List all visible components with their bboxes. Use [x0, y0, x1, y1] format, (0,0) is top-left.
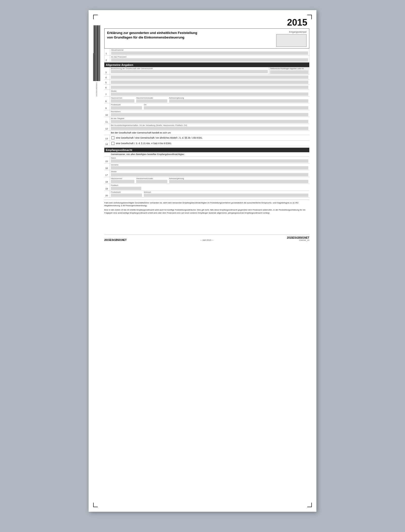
row-8: 8 Hausnummer Hausnummerzusatz Adressergä…: [104, 97, 309, 103]
hausnummerzusatz2-label: Hausnummerzusatz: [135, 177, 168, 180]
vorname-label: Vorname: [110, 163, 309, 166]
strasse-label: Straße: [110, 90, 309, 92]
row-num-8: 8: [104, 97, 110, 103]
name-input[interactable]: [111, 159, 308, 163]
row6-input[interactable]: [111, 86, 308, 89]
bottom-bar: 2015ESt1B501NET – Juli 2015 – 2015ESt1B5…: [104, 235, 309, 241]
footer-text-1: Falls kein vertretungsberechtigter Gesch…: [104, 201, 309, 207]
row-num-3: 3: [104, 67, 110, 74]
hausnummerzusatz2-input[interactable]: [136, 180, 167, 183]
row-10: 10 Rechtsform: [104, 110, 309, 117]
plz-input[interactable]: [111, 106, 142, 109]
row-7-content: Straße: [110, 90, 309, 96]
row-num-10: 10: [104, 110, 110, 117]
checkbox-14[interactable]: [111, 142, 114, 145]
row-18: 18 Hausnummer Hausnummerzusatz Adresserg…: [104, 177, 309, 184]
row-18-content: Hausnummer Hausnummerzusatz Adressergänz…: [110, 177, 309, 184]
hausnummerzusatz-input[interactable]: [136, 99, 167, 103]
finanzamt-input[interactable]: [111, 58, 308, 62]
svg-rect-4: [96, 25, 96, 81]
row4-input[interactable]: [111, 75, 308, 79]
hausnummer2-input[interactable]: [111, 180, 134, 183]
row-3-content: Bezeichnung der Gesellschaft oder Gemein…: [110, 67, 269, 74]
row-12: 12 Bei Grundstücksgemeinschaften: Ort de…: [104, 124, 309, 131]
postfach-label: Postfach: [110, 184, 309, 186]
row-17-content: Straße: [110, 170, 309, 177]
barcode-icon: [93, 25, 100, 81]
postfach-input[interactable]: [111, 187, 141, 190]
plz2-label: Postleitzahl: [110, 191, 143, 193]
row-num-12: 12: [104, 124, 110, 130]
name-label: Name: [110, 157, 309, 159]
row-17: 17 Straße: [104, 170, 309, 177]
bezeichnung-input[interactable]: [111, 70, 268, 73]
footer-text-2: Eine in den Zeilen 15 bis 20 erteilte Em…: [104, 208, 309, 214]
svg-rect-3: [95, 25, 96, 81]
barcode-area: 2015002500001: [93, 25, 100, 96]
hausnummer-input[interactable]: [111, 99, 134, 103]
svg-rect-9: [99, 25, 100, 81]
row-3-left: 3 Bezeichnung der Gesellschaft oder Geme…: [104, 67, 269, 74]
bottom-right: 2015ESt1B501NET 034036_15: [287, 236, 309, 241]
taetigkeit-input[interactable]: [111, 120, 308, 123]
emp-desc: Gemeinsamer, von allen Beteiligten beste…: [104, 152, 309, 157]
svg-rect-5: [97, 25, 97, 81]
row-16-content: Vorname: [110, 163, 309, 170]
row-2-content: An das Finanzamt: [110, 55, 309, 62]
row-10-content: Rechtsform: [110, 110, 309, 117]
corner-bl: [93, 503, 98, 507]
row-num-4: 4: [104, 74, 110, 79]
row-num-13: 13: [104, 135, 110, 140]
checkbox-13[interactable]: [111, 136, 114, 139]
grundstueck-input[interactable]: [111, 127, 308, 130]
row-9: 9 Postleitzahl Ort: [104, 103, 309, 110]
strasse-input[interactable]: [111, 92, 308, 96]
row-15: 15 Name: [104, 157, 309, 163]
section-allgemeine: Allgemeine Angaben: [104, 63, 309, 67]
svg-rect-17: [98, 25, 99, 46]
telefon-input[interactable]: [270, 70, 308, 74]
corner-br: [307, 503, 312, 507]
row-1-content: Steuernummer: [110, 49, 309, 55]
row-4: 4: [104, 74, 309, 80]
adressergaenzung2-input[interactable]: [169, 180, 308, 183]
row-4-content: [110, 74, 309, 79]
rechtsform-label: Rechtsform: [110, 110, 309, 113]
row-12-content: Bei Grundstücksgemeinschaften: Ort der V…: [110, 124, 309, 130]
svg-rect-18: [99, 30, 99, 48]
row-num-14: 14: [104, 141, 110, 146]
adressergaenzung-input[interactable]: [169, 99, 308, 103]
row5-input[interactable]: [111, 81, 308, 84]
finanzamt-label: An das Finanzamt: [110, 55, 309, 58]
row-num-19: 19: [104, 184, 110, 191]
row-3-right: Telefonische Rückfragen tagsüber unter N…: [269, 67, 309, 74]
row-num-15: 15: [104, 157, 110, 163]
ort-input[interactable]: [144, 106, 308, 109]
form-page: 2015002500001 2015 Erklärung zur gesonde…: [89, 10, 316, 512]
ort-label: Ort: [143, 103, 309, 106]
row-19-content: Postfach: [110, 184, 309, 191]
plz2-input[interactable]: [111, 194, 142, 197]
row-2: 2 An das Finanzamt: [105, 55, 309, 62]
checkbox-13-label: eine Gesellschaft / eine Gemeinschaft / …: [116, 137, 203, 139]
corner-tl: [93, 15, 98, 19]
svg-rect-10: [100, 25, 100, 81]
row-5: 5: [104, 80, 309, 85]
year-value: 2015: [287, 17, 307, 28]
top-fields: 1 Steuernummer 2 An das Finanzamt: [104, 49, 309, 63]
row-15-content: Name: [110, 157, 309, 163]
row-11-content: Art der Tätigkeit: [110, 117, 309, 124]
svg-rect-15: [97, 25, 97, 41]
form-content: 2015 Erklärung zur gesonderten und einhe…: [104, 17, 309, 241]
footer-area: Falls kein vertretungsberechtigter Gesch…: [104, 200, 309, 214]
title-text: Erklärung zur gesonderten und einheitlic…: [107, 31, 274, 40]
wohnort-input[interactable]: [144, 194, 308, 197]
hausnummerzusatz-label: Hausnummerzusatz: [135, 97, 168, 99]
bottom-code-right: 2015ESt1B501NET: [287, 236, 309, 239]
strasse2-input[interactable]: [111, 173, 308, 176]
row-6: 6: [104, 85, 309, 90]
row-16: 16 Vorname: [104, 163, 309, 170]
steuernummer-input[interactable]: [111, 51, 308, 55]
rechtsform-input[interactable]: [111, 113, 308, 116]
vorname-input[interactable]: [111, 166, 308, 169]
